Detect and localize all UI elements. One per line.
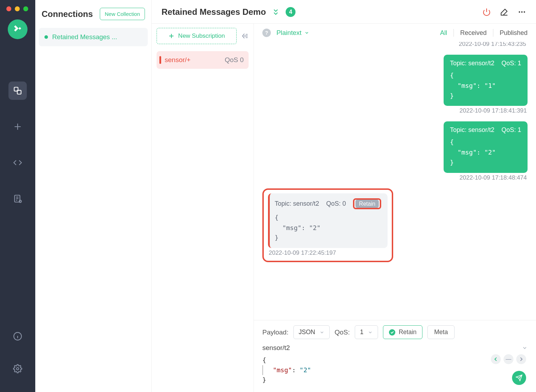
maximize-window-icon[interactable] [23, 6, 28, 11]
compose-area: Payload: JSON QoS: 1 Retain [254, 320, 536, 392]
minimize-window-icon[interactable] [15, 6, 20, 11]
subscription-topic: sensor/+ [165, 56, 221, 64]
window-traffic-lights [6, 6, 28, 11]
subscriptions-panel: New Subscription sensor/+ QoS 0 [152, 24, 254, 392]
message-body: { "msg": "1" } [450, 71, 521, 101]
qos-value: 1 [360, 328, 364, 336]
annotation-highlight: Topic: sensor/t2 QoS: 0 Retain { "msg": … [262, 188, 393, 262]
nav-log-icon[interactable] [8, 189, 27, 208]
connection-item-label: Retained Messages ... [52, 33, 117, 41]
history-forward-icon[interactable] [516, 354, 526, 364]
svg-point-3 [19, 200, 22, 203]
chevron-down-icon [368, 330, 373, 335]
filter-bar: ? Plaintext All Received Published [254, 24, 536, 42]
message-timestamp: 2022-10-09 17:18:48:474 [444, 174, 527, 181]
nav-scripts-icon[interactable] [8, 153, 27, 172]
messages-panel: ? Plaintext All Received Published 2022-… [254, 24, 536, 392]
message-qos: QoS: 1 [501, 126, 521, 134]
format-select[interactable]: Plaintext [276, 29, 309, 37]
status-dot-icon [44, 35, 48, 39]
history-nav: — [491, 354, 526, 364]
tab-published[interactable]: Published [500, 29, 528, 37]
nav-new-icon[interactable] [8, 117, 27, 136]
more-icon[interactable] [518, 8, 526, 16]
connection-header: Retained Messages Demo 4 [152, 0, 536, 24]
history-back-icon[interactable] [491, 354, 501, 364]
history-minus-icon[interactable]: — [504, 354, 513, 364]
app-logo [8, 19, 28, 39]
expand-chevrons-icon[interactable] [272, 8, 279, 16]
connections-title: Connections [42, 9, 93, 19]
message-timestamp: 2022-10-09 17:18:41:391 [444, 107, 527, 114]
payload-format-value: JSON [299, 328, 315, 336]
payload-format-select[interactable]: JSON [293, 325, 330, 339]
collapse-panel-icon[interactable] [241, 32, 249, 40]
unread-badge: 4 [286, 7, 296, 17]
check-icon [389, 329, 395, 336]
svg-point-5 [17, 368, 19, 370]
nav-settings-icon[interactable] [8, 360, 27, 378]
chevron-down-icon [304, 30, 309, 35]
topic-value: sensor/t2 [262, 344, 290, 352]
message-qos: QoS: 1 [501, 60, 521, 67]
message-list[interactable]: 2022-10-09 17:15:43:235 Topic: sensor/t2… [254, 42, 536, 320]
retain-toggle[interactable]: Retain [383, 325, 423, 339]
retain-label: Retain [399, 328, 417, 336]
svg-point-7 [521, 11, 523, 13]
subscription-qos: QoS 0 [225, 56, 244, 64]
disconnect-icon[interactable] [482, 8, 491, 16]
subscription-color-bar [159, 56, 161, 64]
payload-editor[interactable]: { "msg": "2" } [262, 355, 528, 385]
new-collection-button[interactable]: New Collection [100, 8, 145, 20]
subscription-item[interactable]: sensor/+ QoS 0 [157, 51, 249, 69]
payload-label: Payload: [262, 328, 288, 336]
annotation-retain-highlight: Retain [353, 198, 381, 209]
format-select-label: Plaintext [276, 29, 302, 37]
message-topic: Topic: sensor/t2 [450, 60, 494, 67]
new-subscription-button[interactable]: New Subscription [157, 28, 237, 44]
tab-received[interactable]: Received [460, 29, 487, 37]
meta-button[interactable]: Meta [427, 325, 455, 339]
retain-badge: Retain [355, 200, 379, 208]
message-body: { "msg": "2" } [450, 137, 521, 168]
chevron-down-icon [319, 330, 324, 335]
message-topic: Topic: sensor/t2 [275, 200, 319, 207]
message-qos: QoS: 0 [326, 200, 346, 207]
message-sent: Topic: sensor/t2 QoS: 1 { "msg": "1" } [444, 55, 528, 106]
message-received: Topic: sensor/t2 QoS: 0 Retain { "msg": … [268, 193, 388, 248]
app-nav-rail [0, 0, 35, 392]
chevron-down-icon [522, 345, 528, 351]
message-sent: Topic: sensor/t2 QoS: 1 { "msg": "2" } [444, 121, 528, 173]
message-timestamp: 2022-10-09 17:22:45:197 [269, 249, 387, 257]
topic-input[interactable]: sensor/t2 [262, 344, 528, 352]
connections-panel: Connections New Collection Retained Mess… [35, 0, 152, 392]
connection-item[interactable]: Retained Messages ... [39, 28, 148, 46]
new-subscription-label: New Subscription [178, 32, 225, 40]
svg-point-6 [519, 11, 520, 13]
edit-icon[interactable] [500, 8, 508, 16]
close-window-icon[interactable] [6, 6, 11, 11]
connection-title: Retained Messages Demo [162, 7, 266, 17]
qos-label: QoS: [335, 328, 350, 336]
send-button[interactable] [512, 371, 526, 385]
tab-all[interactable]: All [440, 29, 447, 37]
message-body: { "msg": "2" } [275, 213, 381, 243]
message-timestamp: 2022-10-09 17:15:43:235 [262, 42, 528, 48]
message-topic: Topic: sensor/t2 [450, 126, 494, 134]
svg-point-8 [524, 11, 525, 13]
qos-select[interactable]: 1 [355, 325, 378, 339]
help-icon[interactable]: ? [262, 29, 271, 37]
nav-info-icon[interactable] [8, 327, 27, 345]
nav-connections-icon[interactable] [8, 82, 27, 100]
